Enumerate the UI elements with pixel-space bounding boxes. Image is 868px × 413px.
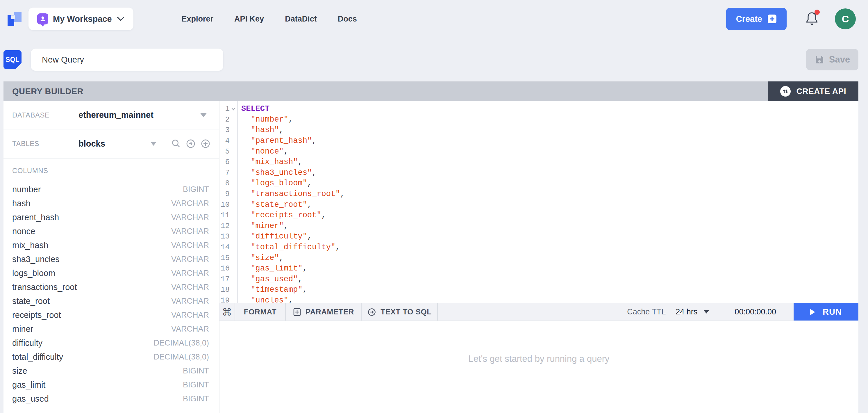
query-title-input[interactable] <box>31 49 223 71</box>
column-row[interactable]: transactions_rootVARCHAR <box>3 280 219 294</box>
code-line: "total_difficulty", <box>241 242 859 253</box>
code-token-punct: , <box>340 189 345 198</box>
code-token-plain <box>241 211 251 219</box>
code-token-plain <box>241 189 251 198</box>
code-line: SELECT <box>241 104 859 114</box>
column-row[interactable]: nonceVARCHAR <box>3 224 219 238</box>
text-to-sql-icon <box>367 307 376 317</box>
code-token-plain <box>241 222 251 230</box>
line-number: 1 <box>225 105 230 113</box>
column-type: DECIMAL(38,0) <box>154 338 209 348</box>
results-empty-message: Let's get started by running a query <box>469 354 610 364</box>
code-token-punct: , <box>288 115 293 124</box>
cache-ttl-label: Cache TTL <box>627 307 666 317</box>
column-row[interactable]: total_difficultyDECIMAL(38,0) <box>3 350 219 364</box>
column-type: VARCHAR <box>171 227 209 236</box>
column-row[interactable]: receipts_rootVARCHAR <box>3 308 219 322</box>
parameter-button[interactable]: PARAMETER <box>286 303 362 321</box>
code-token-string: "gas_used" <box>251 275 298 284</box>
code-token-plain <box>241 254 251 262</box>
column-row[interactable]: hashVARCHAR <box>3 196 219 210</box>
insert-table-icon[interactable] <box>185 139 196 149</box>
database-select-value[interactable]: ethereum_mainnet <box>79 110 200 120</box>
cache-ttl-select[interactable]: 24 hrs <box>676 307 709 317</box>
cache-ttl-group: Cache TTL 24 hrs <box>627 303 709 321</box>
notifications-button[interactable] <box>805 11 818 27</box>
code-line: "difficulty", <box>241 231 859 242</box>
line-number: 5 <box>225 147 230 156</box>
search-icon[interactable] <box>170 139 181 149</box>
create-button-label: Create <box>736 14 762 24</box>
code-token-punct: , <box>298 275 302 284</box>
column-row[interactable]: parent_hashVARCHAR <box>3 210 219 224</box>
column-row[interactable]: minerVARCHAR <box>3 322 219 336</box>
column-row[interactable]: gas_usedBIGINT <box>3 392 219 406</box>
database-dropdown-caret-icon[interactable] <box>200 113 207 117</box>
column-row[interactable]: sizeBIGINT <box>3 364 219 378</box>
code-token-string: "mix_hash" <box>251 158 298 166</box>
parameter-label: PARAMETER <box>306 307 354 317</box>
sql-code-editor[interactable]: 12345678910111213141516171819 SELECT "nu… <box>219 101 859 303</box>
column-type: BIGINT <box>183 185 209 194</box>
editor-toolbar: ⌘ FORMAT PARAMETER TEXT TO SQL Cache TTL <box>219 303 859 321</box>
table-actions <box>170 139 211 149</box>
tables-dropdown-caret-icon[interactable] <box>150 142 157 146</box>
nav-item-docs[interactable]: Docs <box>338 14 357 24</box>
avatar[interactable]: C <box>835 8 856 29</box>
workspace-switcher[interactable]: My Workspace <box>29 7 133 30</box>
editor-gutter: 12345678910111213141516171819 <box>219 101 238 303</box>
format-button[interactable]: FORMAT <box>235 303 286 321</box>
save-button[interactable]: Save <box>806 49 859 70</box>
query-builder-header: QUERY BUILDER CREATE API <box>3 82 859 101</box>
column-row[interactable]: gas_limitBIGINT <box>3 378 219 392</box>
shortcuts-button[interactable]: ⌘ <box>219 303 235 321</box>
nav-item-explorer[interactable]: Explorer <box>182 14 214 24</box>
code-token-punct: , <box>307 232 312 241</box>
code-token-plain <box>241 158 251 166</box>
create-api-button[interactable]: CREATE API <box>768 82 859 101</box>
column-name: mix_hash <box>12 240 48 250</box>
run-button[interactable]: RUN <box>794 303 859 321</box>
column-row[interactable]: logs_bloomVARCHAR <box>3 266 219 280</box>
table-select-value[interactable]: blocks <box>79 139 150 149</box>
query-builder-panel: QUERY BUILDER CREATE API DATABASE ethere… <box>3 82 859 413</box>
gutter-line: 12 <box>219 221 237 232</box>
code-token-plain <box>241 147 251 156</box>
create-button[interactable]: Create <box>726 8 786 30</box>
code-line: "gas_limit", <box>241 263 859 274</box>
line-number: 6 <box>225 158 230 166</box>
column-row[interactable]: difficultyDECIMAL(38,0) <box>3 336 219 350</box>
code-token-punct: , <box>336 243 340 252</box>
editor-code-lines: SELECT "number", "hash", "parent_hash", … <box>238 101 859 303</box>
code-token-keyword: SELECT <box>241 105 270 113</box>
add-table-icon[interactable] <box>200 139 211 149</box>
code-line: "receipts_root", <box>241 210 859 221</box>
save-button-label: Save <box>829 54 850 65</box>
gutter-line: 14 <box>219 242 237 253</box>
code-token-string: "uncles" <box>251 296 288 303</box>
text-to-sql-label: TEXT TO SQL <box>380 307 431 317</box>
column-type: VARCHAR <box>171 297 209 306</box>
editor-column: 12345678910111213141516171819 SELECT "nu… <box>219 101 859 413</box>
nav-item-datadict[interactable]: DataDict <box>285 14 317 24</box>
gutter-line: 7 <box>219 168 237 178</box>
column-name: number <box>12 185 41 194</box>
code-token-string: "size" <box>251 254 279 262</box>
text-to-sql-button[interactable]: TEXT TO SQL <box>362 303 438 321</box>
gutter-line: 6 <box>219 157 237 168</box>
column-row[interactable]: mix_hashVARCHAR <box>3 238 219 252</box>
code-line: "mix_hash", <box>241 157 859 168</box>
code-token-string: "receipts_root" <box>251 211 321 219</box>
code-token-string: "state_root" <box>251 200 307 209</box>
column-name: difficulty <box>12 338 42 348</box>
gutter-line: 9 <box>219 189 237 200</box>
nav-item-api-key[interactable]: API Key <box>234 14 264 24</box>
code-token-punct: , <box>279 254 284 262</box>
column-row[interactable]: numberBIGINT <box>3 182 219 196</box>
create-api-label: CREATE API <box>797 87 846 96</box>
column-row[interactable]: sha3_unclesVARCHAR <box>3 252 219 266</box>
code-token-plain <box>241 243 251 252</box>
fold-chevron-icon[interactable] <box>230 107 237 111</box>
column-row[interactable]: state_rootVARCHAR <box>3 294 219 308</box>
line-number: 15 <box>221 254 230 262</box>
